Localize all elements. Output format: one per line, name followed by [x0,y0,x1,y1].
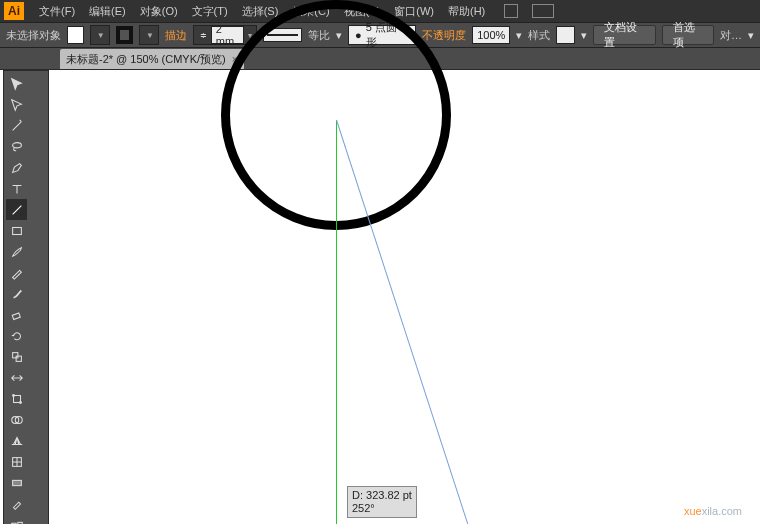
measurement-tooltip: D: 323.82 pt 252° [347,486,417,518]
pen-tool[interactable] [6,157,27,178]
align-label[interactable]: 对… [720,28,742,43]
direct-selection-tool[interactable] [6,94,27,115]
style-swatch[interactable] [556,26,575,44]
chevron-down-icon: ▼ [97,31,105,40]
lasso-tool[interactable] [6,136,27,157]
workspace-icon[interactable] [532,4,554,18]
opacity-label[interactable]: 不透明度 [422,28,466,43]
svg-rect-11 [12,480,21,485]
menu-object[interactable]: 对象(O) [133,0,185,22]
svg-point-7 [19,401,21,403]
stroke-swatch[interactable] [116,26,133,44]
document-tab-title: 未标题-2* @ 150% (CMYK/预览) [66,52,226,67]
document-setup-button[interactable]: 文档设置 [593,25,656,45]
selection-status: 未选择对象 [6,28,61,43]
tooltip-angle: 252° [352,502,412,515]
svg-rect-1 [12,227,21,234]
svg-rect-5 [13,395,20,402]
eyedropper-tool[interactable] [6,493,27,514]
app-logo: Ai [4,2,24,20]
selection-tool[interactable] [6,73,27,94]
width-tool[interactable] [6,367,27,388]
svg-point-0 [12,142,21,147]
opacity-value[interactable]: 100% [472,26,510,44]
free-transform-tool[interactable] [6,388,27,409]
canvas-area[interactable]: D: 323.82 pt 252° [52,70,760,524]
chevron-down-icon: ▼ [146,31,154,40]
menu-type[interactable]: 文字(T) [185,0,235,22]
guide-vertical [336,120,337,524]
chevron-down-icon[interactable]: ▾ [748,29,754,42]
magic-wand-tool[interactable] [6,115,27,136]
line-segment-tool[interactable] [6,199,27,220]
layout-icon[interactable] [504,4,518,18]
menu-edit[interactable]: 编辑(E) [82,0,133,22]
watermark: xuexila.com [684,502,742,518]
style-label: 样式 [528,28,550,43]
type-tool[interactable] [6,178,27,199]
blend-tool[interactable] [6,514,27,524]
rotate-tool[interactable] [6,325,27,346]
chevron-down-icon[interactable]: ▾ [516,29,522,42]
menu-help[interactable]: 帮助(H) [441,0,492,22]
blob-brush-tool[interactable] [6,283,27,304]
tools-panel: / [3,70,49,524]
fill-swatch[interactable] [67,26,84,44]
mesh-tool[interactable] [6,451,27,472]
perspective-grid-tool[interactable] [6,430,27,451]
gradient-tool[interactable] [6,472,27,493]
stroke-dropdown[interactable]: ▼ [139,25,159,45]
document-tab[interactable]: 未标题-2* @ 150% (CMYK/预览) × [60,49,244,69]
svg-rect-4 [16,356,21,361]
eraser-tool[interactable] [6,304,27,325]
svg-rect-2 [12,313,20,320]
chevron-down-icon[interactable]: ▾ [581,29,587,42]
shape-builder-tool[interactable] [6,409,27,430]
svg-point-6 [12,394,14,396]
stroke-weight-value[interactable]: 2 mm [211,26,244,44]
paintbrush-tool[interactable] [6,241,27,262]
scale-tool[interactable] [6,346,27,367]
menu-file[interactable]: 文件(F) [32,0,82,22]
tooltip-distance: D: 323.82 pt [352,489,412,502]
preferences-button[interactable]: 首选项 [662,25,714,45]
stroke-label[interactable]: 描边 [165,28,187,43]
rectangle-tool[interactable] [6,220,27,241]
pencil-tool[interactable] [6,262,27,283]
fill-dropdown[interactable]: ▼ [90,25,110,45]
svg-rect-3 [12,352,17,357]
